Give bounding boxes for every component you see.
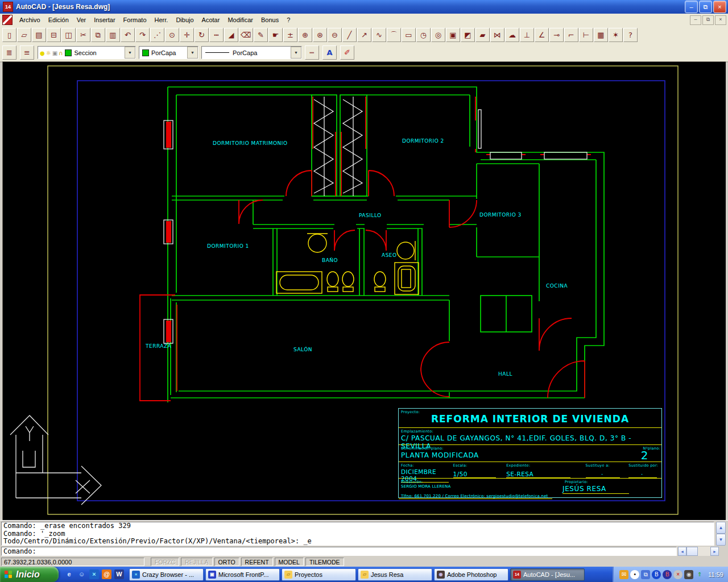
construction-line-button[interactable]: ↗: [357, 28, 371, 42]
rotate-view-button[interactable]: ↻: [195, 28, 209, 42]
quicklaunch-foxmail-icon[interactable]: @: [102, 569, 111, 579]
undo-button[interactable]: ↶: [121, 28, 135, 42]
line-button[interactable]: ╱: [342, 28, 357, 42]
polyline-button[interactable]: ∿: [372, 28, 386, 42]
match-properties-button[interactable]: ✐: [340, 45, 354, 60]
zoom-dynamic-button[interactable]: ⊛: [313, 28, 327, 42]
menu-item-3[interactable]: Ver: [73, 15, 90, 25]
scroll-up-button[interactable]: ▲: [716, 522, 726, 534]
quicklaunch-word-icon[interactable]: W: [114, 569, 124, 579]
redraw-button[interactable]: ◢: [224, 28, 238, 42]
tracking-button[interactable]: ⋰: [150, 28, 164, 42]
region-button[interactable]: ◩: [461, 28, 475, 42]
quicklaunch-ie-icon[interactable]: e: [64, 569, 74, 579]
color-control-button[interactable]: A: [322, 45, 337, 60]
layers-button[interactable]: ≣: [2, 45, 16, 60]
save-button[interactable]: ▤: [32, 28, 46, 42]
preview-button[interactable]: ◫: [61, 28, 76, 42]
status-toggle-tilemode[interactable]: TILEMODE: [305, 558, 344, 566]
fillet-button[interactable]: ⊥: [520, 28, 534, 42]
menu-item-8[interactable]: Acotar: [198, 15, 224, 25]
linetype-combo-dropdown[interactable]: ▼: [291, 47, 301, 59]
ellipse-button[interactable]: ◎: [431, 28, 445, 42]
arc-button[interactable]: ⌒: [387, 28, 401, 42]
hscroll-track[interactable]: [698, 547, 710, 556]
menu-item-11[interactable]: ?: [283, 15, 294, 25]
layer-combo[interactable]: ●☼▣∩ Seccion ▼: [38, 46, 136, 59]
break-button[interactable]: ⊸: [549, 28, 564, 42]
disabled-device-icon[interactable]: ×: [673, 570, 682, 579]
circle-button[interactable]: ◷: [416, 28, 431, 42]
extend-button[interactable]: ⊢: [579, 28, 593, 42]
linetype-combo[interactable]: PorCapa ▼: [201, 46, 302, 59]
bluetooth-alt-icon[interactable]: B: [663, 570, 672, 579]
layer-combo-dropdown[interactable]: ▼: [125, 47, 135, 59]
scroll-left-button[interactable]: ◄: [678, 547, 686, 556]
print-button[interactable]: ⊟: [47, 28, 61, 42]
scroll-right-button[interactable]: ►: [710, 547, 719, 556]
menu-item-1[interactable]: Archivo: [15, 15, 44, 25]
status-toggle-rejilla[interactable]: REJILLA: [181, 558, 212, 566]
taskbar-task-6[interactable]: 14AutoCAD - [Jesu...: [510, 568, 585, 581]
zoom-previous-button[interactable]: ⊖: [328, 28, 342, 42]
taskbar-task-3[interactable]: ▱Proyectos: [282, 568, 356, 581]
status-toggle-model[interactable]: MODEL: [275, 558, 304, 566]
cut-button[interactable]: ✂: [76, 28, 90, 42]
minimize-button[interactable]: –: [685, 1, 698, 13]
rectangle-button[interactable]: ▭: [402, 28, 416, 42]
polyline-edit-button[interactable]: ✎: [254, 28, 268, 42]
new-button[interactable]: ▯: [2, 28, 16, 42]
close-button[interactable]: ×: [713, 1, 726, 13]
erase-button[interactable]: ⌫: [239, 28, 253, 42]
mail-tray-icon[interactable]: ✉: [619, 570, 628, 579]
distance-button[interactable]: ┅: [209, 28, 224, 42]
layer-control-button[interactable]: ≡: [20, 45, 34, 60]
panda-antivirus-icon[interactable]: •: [630, 570, 639, 579]
document-restore-button[interactable]: ⧉: [702, 15, 714, 25]
menu-item-10[interactable]: Bonus: [257, 15, 283, 25]
linetype-button[interactable]: ┉: [305, 45, 319, 60]
hscroll-thumb[interactable]: [686, 547, 698, 556]
taskbar-task-5[interactable]: ◉Adobe Photoshop: [434, 568, 508, 581]
command-history[interactable]: Comando: _erase encontrados 329Comando: …: [1, 522, 714, 546]
color-combo-dropdown[interactable]: ▼: [187, 47, 198, 59]
menu-item-4[interactable]: Insertar: [90, 15, 119, 25]
revision-cloud-button[interactable]: ☁: [505, 28, 519, 42]
help-button[interactable]: ?: [623, 28, 638, 42]
command-input[interactable]: Comando:: [1, 547, 677, 556]
zoom-realtime-button[interactable]: ±: [283, 28, 297, 42]
quicklaunch-crazy-browser-icon[interactable]: ×: [89, 569, 99, 579]
menu-item-9[interactable]: Modificar: [224, 15, 257, 25]
redo-button[interactable]: ↷: [135, 28, 150, 42]
color-combo[interactable]: PorCapa ▼: [139, 46, 198, 59]
zoom-window-button[interactable]: ⊕: [298, 28, 312, 42]
bluetooth-icon[interactable]: B: [652, 570, 661, 579]
taskbar-task-2[interactable]: ▣Microsoft FrontP...: [205, 568, 280, 581]
osnap-button[interactable]: ⊙: [165, 28, 179, 42]
document-minimize-button[interactable]: –: [690, 15, 701, 25]
trim-button[interactable]: ⌐: [564, 28, 578, 42]
status-toggle-orto[interactable]: ORTO: [214, 558, 239, 566]
chamfer-button[interactable]: ∠: [535, 28, 549, 42]
copy-button[interactable]: ⧉: [91, 28, 105, 42]
document-close-button[interactable]: ×: [715, 15, 726, 25]
scroll-down-button[interactable]: ▼: [716, 534, 726, 546]
menu-item-5[interactable]: Formato: [119, 15, 151, 25]
polygon-button[interactable]: ▣: [446, 28, 460, 42]
menu-item-2[interactable]: Edición: [44, 15, 73, 25]
status-toggle-forzc[interactable]: FORZC: [151, 558, 179, 566]
status-toggle-refent[interactable]: REFENT: [241, 558, 273, 566]
pan-button[interactable]: ✛: [180, 28, 194, 42]
update-tray-icon[interactable]: ⇑: [695, 570, 704, 579]
taskbar-task-1[interactable]: ×Crazy Browser - ...: [129, 568, 204, 581]
mirror-button[interactable]: ⋈: [490, 28, 504, 42]
menu-item-7[interactable]: Dibujo: [172, 15, 197, 25]
camera-tray-icon[interactable]: ◉: [684, 570, 693, 579]
quicklaunch-messenger-icon[interactable]: ☺: [77, 569, 86, 579]
explode-button[interactable]: ✶: [609, 28, 623, 42]
network-tray-icon[interactable]: ⧉: [641, 570, 650, 579]
hatch-button[interactable]: ▦: [594, 28, 608, 42]
restore-button[interactable]: ⧉: [699, 1, 712, 13]
paste-button[interactable]: ▥: [106, 28, 120, 42]
taskbar-task-4[interactable]: ▱Jesus Resa: [358, 568, 432, 581]
